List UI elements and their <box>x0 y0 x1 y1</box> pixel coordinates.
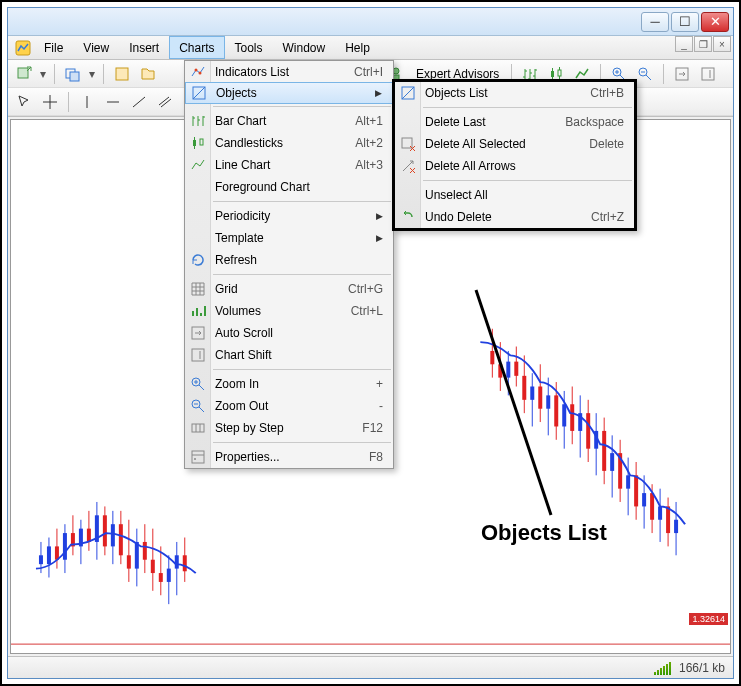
menuitem-candlesticks[interactable]: CandlesticksAlt+2 <box>185 132 393 154</box>
menuitem-bar-chart[interactable]: Bar ChartAlt+1 <box>185 110 393 132</box>
menuitem-zoom-out[interactable]: Zoom Out- <box>185 395 393 417</box>
dropdown-arrow-icon[interactable]: ▾ <box>38 63 48 85</box>
maximize-button[interactable]: ☐ <box>671 12 699 32</box>
menuitem-shortcut: Alt+2 <box>355 136 383 150</box>
submenu-arrow-icon: ▶ <box>375 88 382 98</box>
menu-insert[interactable]: Insert <box>119 36 169 59</box>
menuitem-unselect-all[interactable]: Unselect All <box>395 184 634 206</box>
menuitem-template[interactable]: Template▶ <box>185 227 393 249</box>
channel-icon[interactable] <box>153 91 177 113</box>
svg-rect-45 <box>159 573 163 582</box>
menuitem-delete-all-arrows[interactable]: Delete All Arrows <box>395 155 634 177</box>
blank-icon <box>189 178 207 196</box>
menuitem-step-by-step[interactable]: Step by StepF12 <box>185 417 393 439</box>
menuitem-label: Line Chart <box>215 158 335 172</box>
app-icon <box>12 36 34 59</box>
undo-icon <box>399 208 417 226</box>
navigator-icon[interactable] <box>136 63 160 85</box>
svg-rect-91 <box>642 493 646 506</box>
candle-icon <box>189 134 207 152</box>
horizontal-line-icon[interactable] <box>101 91 125 113</box>
svg-rect-33 <box>111 524 115 546</box>
svg-rect-93 <box>650 493 654 520</box>
svg-rect-1 <box>18 68 28 78</box>
objects-submenu: Objects ListCtrl+BDelete LastBackspaceDe… <box>392 79 637 231</box>
menuitem-delete-all-selected[interactable]: Delete All SelectedDelete <box>395 133 634 155</box>
menuitem-refresh[interactable]: Refresh <box>185 249 393 271</box>
menu-tools[interactable]: Tools <box>225 36 273 59</box>
svg-rect-43 <box>151 560 155 573</box>
menuitem-label: Delete Last <box>425 115 545 129</box>
shift-icon <box>189 346 207 364</box>
objlist-icon <box>399 84 417 102</box>
menu-window[interactable]: Window <box>273 36 336 59</box>
menuitem-undo-delete[interactable]: Undo DeleteCtrl+Z <box>395 206 634 228</box>
menuitem-shortcut: + <box>376 377 383 391</box>
menuitem-indicators-list[interactable]: Indicators ListCtrl+I <box>185 61 393 83</box>
menu-charts[interactable]: Charts <box>169 36 224 59</box>
menuitem-label: Undo Delete <box>425 210 571 224</box>
menuitem-shortcut: Ctrl+Z <box>591 210 624 224</box>
vertical-line-icon[interactable] <box>75 91 99 113</box>
menuitem-objects[interactable]: Objects▶ <box>185 82 393 104</box>
autoscroll-icon[interactable] <box>670 63 694 85</box>
menuitem-volumes[interactable]: VolumesCtrl+L <box>185 300 393 322</box>
menuitem-shortcut: Alt+1 <box>355 114 383 128</box>
menuitem-periodicity[interactable]: Periodicity▶ <box>185 205 393 227</box>
menuitem-delete-last[interactable]: Delete LastBackspace <box>395 111 634 133</box>
mdi-close-button[interactable]: × <box>713 36 731 52</box>
new-chart-icon[interactable] <box>12 63 36 85</box>
menuitem-label: Properties... <box>215 450 349 464</box>
bar-icon <box>189 112 207 130</box>
svg-rect-35 <box>119 524 123 555</box>
menubar: FileViewInsertChartsToolsWindowHelp _ ❐ … <box>8 36 733 60</box>
menuitem-shortcut: Delete <box>589 137 624 151</box>
zoomin-icon <box>189 375 207 393</box>
mdi-minimize-button[interactable]: _ <box>675 36 693 52</box>
svg-rect-17 <box>47 546 51 564</box>
menu-file[interactable]: File <box>34 36 73 59</box>
svg-rect-81 <box>602 431 606 471</box>
menuitem-label: Zoom Out <box>215 399 359 413</box>
svg-rect-37 <box>127 555 131 568</box>
mdi-restore-button[interactable]: ❐ <box>694 36 712 52</box>
statusbar: 166/1 kb <box>8 656 733 678</box>
svg-rect-3 <box>70 72 79 81</box>
blank-icon <box>399 113 417 131</box>
menuitem-objects-list[interactable]: Objects ListCtrl+B <box>395 82 634 104</box>
profiles-icon[interactable] <box>61 63 85 85</box>
minimize-button[interactable]: ─ <box>641 12 669 32</box>
dropdown-arrow-icon[interactable]: ▾ <box>87 63 97 85</box>
svg-rect-67 <box>546 395 550 408</box>
menu-view[interactable]: View <box>73 36 119 59</box>
menuitem-grid[interactable]: GridCtrl+G <box>185 278 393 300</box>
menuitem-foreground-chart[interactable]: Foreground Chart <box>185 176 393 198</box>
svg-rect-55 <box>498 364 502 377</box>
svg-rect-103 <box>193 140 196 146</box>
svg-point-101 <box>199 72 202 75</box>
close-button[interactable]: ✕ <box>701 12 729 32</box>
objects-icon <box>190 84 208 102</box>
menuitem-auto-scroll[interactable]: Auto Scroll <box>185 322 393 344</box>
svg-rect-27 <box>87 529 91 542</box>
cursor-icon[interactable] <box>12 91 36 113</box>
menuitem-label: Refresh <box>215 253 383 267</box>
menuitem-shortcut: Ctrl+L <box>351 304 383 318</box>
menuitem-shortcut: F12 <box>362 421 383 435</box>
trendline-icon[interactable] <box>127 91 151 113</box>
menuitem-properties-[interactable]: Properties...F8 <box>185 446 393 468</box>
svg-rect-69 <box>554 395 558 426</box>
crosshair-icon[interactable] <box>38 91 62 113</box>
chart-shift-icon[interactable] <box>696 63 720 85</box>
menuitem-line-chart[interactable]: Line ChartAlt+3 <box>185 154 393 176</box>
svg-rect-104 <box>200 139 203 145</box>
svg-rect-15 <box>39 555 43 564</box>
blank-icon <box>189 207 207 225</box>
menu-help[interactable]: Help <box>335 36 380 59</box>
grid-icon <box>189 280 207 298</box>
menuitem-label: Chart Shift <box>215 348 383 362</box>
menuitem-zoom-in[interactable]: Zoom In+ <box>185 373 393 395</box>
menuitem-shortcut: Backspace <box>565 115 624 129</box>
menuitem-chart-shift[interactable]: Chart Shift <box>185 344 393 366</box>
market-watch-icon[interactable] <box>110 63 134 85</box>
